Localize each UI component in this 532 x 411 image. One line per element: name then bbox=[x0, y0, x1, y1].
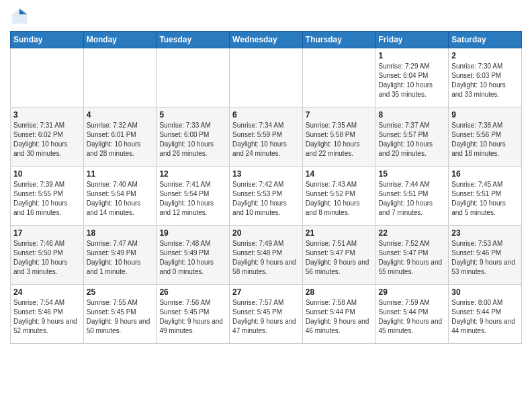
day-number: 21 bbox=[306, 228, 373, 238]
day-number: 24 bbox=[13, 287, 81, 297]
calendar-cell: 1Sunrise: 7:29 AM Sunset: 6:04 PM Daylig… bbox=[375, 48, 449, 107]
calendar-header: SundayMondayTuesdayWednesdayThursdayFrid… bbox=[11, 32, 522, 48]
day-number: 12 bbox=[159, 169, 226, 179]
weekday-header-thursday: Thursday bbox=[302, 32, 375, 48]
day-number: 28 bbox=[306, 287, 373, 297]
calendar-cell: 12Sunrise: 7:41 AM Sunset: 5:54 PM Dayli… bbox=[157, 167, 230, 226]
day-number: 27 bbox=[232, 287, 300, 297]
calendar-cell: 20Sunrise: 7:49 AM Sunset: 5:48 PM Dayli… bbox=[230, 226, 303, 285]
calendar-week-row: 17Sunrise: 7:46 AM Sunset: 5:50 PM Dayli… bbox=[11, 226, 522, 285]
calendar-cell: 26Sunrise: 7:56 AM Sunset: 5:45 PM Dayli… bbox=[157, 285, 230, 344]
day-number: 3 bbox=[13, 110, 81, 120]
calendar-cell: 3Sunrise: 7:31 AM Sunset: 6:02 PM Daylig… bbox=[11, 107, 84, 167]
calendar-table: SundayMondayTuesdayWednesdayThursdayFrid… bbox=[10, 31, 522, 344]
day-info: Sunrise: 8:00 AM Sunset: 5:44 PM Dayligh… bbox=[451, 298, 519, 336]
calendar-cell: 22Sunrise: 7:52 AM Sunset: 5:47 PM Dayli… bbox=[375, 226, 449, 285]
weekday-header-row: SundayMondayTuesdayWednesdayThursdayFrid… bbox=[11, 32, 522, 48]
day-info: Sunrise: 7:43 AM Sunset: 5:52 PM Dayligh… bbox=[306, 180, 373, 218]
calendar-body: 1Sunrise: 7:29 AM Sunset: 6:04 PM Daylig… bbox=[11, 48, 522, 344]
day-info: Sunrise: 7:47 AM Sunset: 5:49 PM Dayligh… bbox=[87, 239, 154, 277]
calendar-cell bbox=[83, 48, 157, 107]
day-number: 14 bbox=[306, 169, 373, 179]
day-info: Sunrise: 7:59 AM Sunset: 5:44 PM Dayligh… bbox=[379, 298, 446, 336]
day-info: Sunrise: 7:34 AM Sunset: 5:59 PM Dayligh… bbox=[232, 121, 300, 158]
day-number: 2 bbox=[451, 51, 519, 60]
day-info: Sunrise: 7:44 AM Sunset: 5:51 PM Dayligh… bbox=[379, 180, 446, 218]
day-info: Sunrise: 7:55 AM Sunset: 5:45 PM Dayligh… bbox=[87, 298, 154, 336]
day-info: Sunrise: 7:31 AM Sunset: 6:02 PM Dayligh… bbox=[13, 121, 81, 158]
weekday-header-friday: Friday bbox=[375, 32, 449, 48]
day-number: 4 bbox=[87, 110, 154, 120]
calendar-cell: 5Sunrise: 7:33 AM Sunset: 6:00 PM Daylig… bbox=[157, 107, 230, 167]
header bbox=[10, 7, 522, 26]
calendar-cell bbox=[302, 48, 375, 107]
calendar-cell: 16Sunrise: 7:45 AM Sunset: 5:51 PM Dayli… bbox=[449, 167, 522, 226]
calendar-cell: 13Sunrise: 7:42 AM Sunset: 5:53 PM Dayli… bbox=[230, 167, 303, 226]
day-number: 11 bbox=[87, 169, 154, 179]
calendar-cell bbox=[11, 48, 84, 107]
day-info: Sunrise: 7:30 AM Sunset: 6:03 PM Dayligh… bbox=[451, 62, 519, 99]
day-info: Sunrise: 7:58 AM Sunset: 5:44 PM Dayligh… bbox=[306, 298, 373, 336]
calendar-cell: 11Sunrise: 7:40 AM Sunset: 5:54 PM Dayli… bbox=[83, 167, 157, 226]
day-info: Sunrise: 7:40 AM Sunset: 5:54 PM Dayligh… bbox=[87, 180, 154, 218]
day-number: 23 bbox=[451, 228, 519, 238]
day-info: Sunrise: 7:54 AM Sunset: 5:46 PM Dayligh… bbox=[13, 298, 81, 336]
calendar-cell: 15Sunrise: 7:44 AM Sunset: 5:51 PM Dayli… bbox=[375, 167, 449, 226]
calendar-cell: 23Sunrise: 7:53 AM Sunset: 5:46 PM Dayli… bbox=[449, 226, 522, 285]
day-number: 30 bbox=[451, 287, 519, 297]
weekday-header-saturday: Saturday bbox=[449, 32, 522, 48]
day-number: 1 bbox=[379, 51, 446, 60]
day-info: Sunrise: 7:49 AM Sunset: 5:48 PM Dayligh… bbox=[232, 239, 300, 277]
day-number: 13 bbox=[232, 169, 300, 179]
day-number: 6 bbox=[232, 110, 300, 120]
calendar-cell: 21Sunrise: 7:51 AM Sunset: 5:47 PM Dayli… bbox=[302, 226, 375, 285]
day-info: Sunrise: 7:42 AM Sunset: 5:53 PM Dayligh… bbox=[232, 180, 300, 218]
day-number: 8 bbox=[379, 110, 446, 120]
day-number: 15 bbox=[379, 169, 446, 179]
calendar-cell: 17Sunrise: 7:46 AM Sunset: 5:50 PM Dayli… bbox=[11, 226, 84, 285]
calendar-cell bbox=[230, 48, 303, 107]
calendar-cell: 6Sunrise: 7:34 AM Sunset: 5:59 PM Daylig… bbox=[230, 107, 303, 167]
calendar-cell: 10Sunrise: 7:39 AM Sunset: 5:55 PM Dayli… bbox=[11, 167, 84, 226]
day-info: Sunrise: 7:53 AM Sunset: 5:46 PM Dayligh… bbox=[451, 239, 519, 277]
day-info: Sunrise: 7:29 AM Sunset: 6:04 PM Dayligh… bbox=[379, 62, 446, 99]
day-info: Sunrise: 7:51 AM Sunset: 5:47 PM Dayligh… bbox=[306, 239, 373, 277]
day-number: 29 bbox=[379, 287, 446, 297]
day-number: 22 bbox=[379, 228, 446, 238]
calendar-week-row: 1Sunrise: 7:29 AM Sunset: 6:04 PM Daylig… bbox=[11, 48, 522, 107]
calendar-week-row: 10Sunrise: 7:39 AM Sunset: 5:55 PM Dayli… bbox=[11, 167, 522, 226]
calendar-cell: 28Sunrise: 7:58 AM Sunset: 5:44 PM Dayli… bbox=[302, 285, 375, 344]
calendar-cell: 29Sunrise: 7:59 AM Sunset: 5:44 PM Dayli… bbox=[375, 285, 449, 344]
logo bbox=[10, 7, 32, 26]
calendar-cell: 30Sunrise: 8:00 AM Sunset: 5:44 PM Dayli… bbox=[449, 285, 522, 344]
day-info: Sunrise: 7:41 AM Sunset: 5:54 PM Dayligh… bbox=[159, 180, 226, 218]
weekday-header-tuesday: Tuesday bbox=[157, 32, 230, 48]
day-info: Sunrise: 7:39 AM Sunset: 5:55 PM Dayligh… bbox=[13, 180, 81, 218]
day-info: Sunrise: 7:35 AM Sunset: 5:58 PM Dayligh… bbox=[306, 121, 373, 158]
calendar-cell: 19Sunrise: 7:48 AM Sunset: 5:49 PM Dayli… bbox=[157, 226, 230, 285]
day-number: 17 bbox=[13, 228, 81, 238]
calendar-cell: 14Sunrise: 7:43 AM Sunset: 5:52 PM Dayli… bbox=[302, 167, 375, 226]
day-number: 18 bbox=[87, 228, 154, 238]
calendar-cell: 8Sunrise: 7:37 AM Sunset: 5:57 PM Daylig… bbox=[375, 107, 449, 167]
calendar-week-row: 3Sunrise: 7:31 AM Sunset: 6:02 PM Daylig… bbox=[11, 107, 522, 167]
calendar-cell: 27Sunrise: 7:57 AM Sunset: 5:45 PM Dayli… bbox=[230, 285, 303, 344]
day-number: 5 bbox=[159, 110, 226, 120]
day-number: 10 bbox=[13, 169, 81, 179]
day-number: 9 bbox=[451, 110, 519, 120]
day-number: 19 bbox=[159, 228, 226, 238]
day-info: Sunrise: 7:38 AM Sunset: 5:56 PM Dayligh… bbox=[451, 121, 519, 158]
logo-icon bbox=[10, 7, 29, 26]
day-number: 20 bbox=[232, 228, 300, 238]
calendar-cell: 7Sunrise: 7:35 AM Sunset: 5:58 PM Daylig… bbox=[302, 107, 375, 167]
day-number: 26 bbox=[159, 287, 226, 297]
calendar-cell: 25Sunrise: 7:55 AM Sunset: 5:45 PM Dayli… bbox=[83, 285, 157, 344]
day-info: Sunrise: 7:52 AM Sunset: 5:47 PM Dayligh… bbox=[379, 239, 446, 277]
day-number: 25 bbox=[87, 287, 154, 297]
calendar-cell: 18Sunrise: 7:47 AM Sunset: 5:49 PM Dayli… bbox=[83, 226, 157, 285]
calendar-cell bbox=[157, 48, 230, 107]
calendar-cell: 24Sunrise: 7:54 AM Sunset: 5:46 PM Dayli… bbox=[11, 285, 84, 344]
day-info: Sunrise: 7:56 AM Sunset: 5:45 PM Dayligh… bbox=[159, 298, 226, 336]
day-info: Sunrise: 7:37 AM Sunset: 5:57 PM Dayligh… bbox=[379, 121, 446, 158]
calendar-week-row: 24Sunrise: 7:54 AM Sunset: 5:46 PM Dayli… bbox=[11, 285, 522, 344]
